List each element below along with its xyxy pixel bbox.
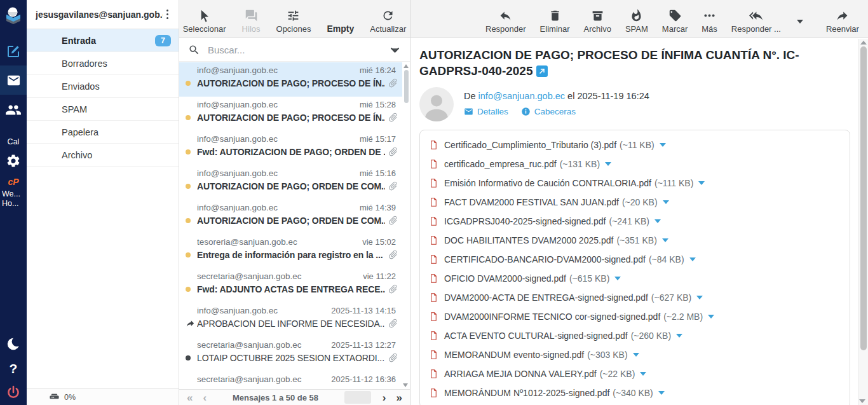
message-row[interactable]: secretaria@sanjuan.gob.ec vie 11:22 Fwd:… [179,268,402,303]
pdf-file-icon [429,177,438,189]
message-subject-heading: AUTORIZACION DE PAGO; PROCESO DE ÍNFIMA … [419,47,817,79]
forward-button[interactable]: Reenviar [826,9,859,34]
empty-button[interactable]: Empty [327,24,354,34]
sender-address-link[interactable]: info@sanjuan.gob.ec [478,91,565,101]
reply-button[interactable]: Responder [485,9,526,34]
select-button[interactable]: Seleccionar [183,9,226,34]
list-scrollbar-thumb[interactable] [404,70,409,103]
refresh-button[interactable]: Actualizar [370,9,406,34]
headers-link[interactable]: Cabeceras [521,107,576,116]
first-page-button[interactable]: « [187,392,193,403]
calendar-shortcut[interactable]: Cal [0,137,27,147]
open-in-new-window-icon[interactable] [536,65,548,77]
attachment-menu-caret-icon[interactable] [654,219,661,223]
attachment-item[interactable]: DVAM2000-ACTA DE ENTREGA-signed-signed.p… [429,288,841,307]
attachment-menu-caret-icon[interactable] [605,162,611,166]
refresh-icon [381,9,395,22]
help-button[interactable]: ? [0,359,27,379]
logout-button[interactable] [0,381,27,403]
folder-item[interactable]: Papelera [27,121,179,144]
scroll-up-arrow[interactable] [403,64,409,68]
mail-nav-button[interactable] [0,65,27,95]
message-rows: info@sanjuan.gob.ec mié 16:24 AUTORIZACI… [179,62,402,389]
cpanel-shortcut[interactable]: cP [0,175,27,188]
next-page-button[interactable]: › [383,392,386,403]
details-link[interactable]: Detalles [464,107,508,116]
message-row[interactable]: info@sanjuan.gob.ec mié 14:39 AUTORIZACI… [179,200,402,234]
account-menu-icon[interactable] [163,7,173,22]
attachment-menu-caret-icon[interactable] [640,372,646,376]
reader-scrollbar[interactable] [858,39,868,405]
list-scrollbar[interactable] [402,62,410,389]
last-page-button[interactable]: » [397,392,402,403]
message-row[interactable]: info@sanjuan.gob.ec 2025-11-13 14:15 APR… [179,303,402,337]
attachment-item[interactable]: ICGADPRSJ040-2025-signed-signed.pdf (~24… [429,212,841,231]
snappymail-logo[interactable] [0,3,27,28]
attachment-item[interactable]: CERTIFICADO-BANCARIO-DVAM2000-signed.pdf… [429,250,841,269]
attachment-menu-caret-icon[interactable] [660,143,666,147]
attachment-item[interactable]: ARRIAGA MEJIA DONNA VALERY.pdf (~22 KB) [429,364,646,383]
attachment-item[interactable]: Emisión Informativo de Caución CONTRALOR… [429,174,841,193]
attachment-item[interactable]: ACTA EVENTO CULTURAL-signed-signed.pdf (… [429,326,841,345]
attachment-item[interactable]: Certificado_Cumplimiento_Tributario (3).… [429,135,841,154]
prev-page-button[interactable]: ‹ [203,392,207,403]
options-button[interactable]: Opciones [276,9,311,34]
attachment-item[interactable]: OFICIO DVAM2000-signed.pdf (~615 KB) [429,269,841,288]
folder-item[interactable]: SPAM [27,98,179,121]
attachment-menu-caret-icon[interactable] [614,277,621,280]
attachment-menu-caret-icon[interactable] [662,238,668,242]
pdf-file-icon [429,330,438,341]
page-number-input[interactable] [344,391,371,404]
attachment-menu-caret-icon[interactable] [708,315,714,319]
attachment-menu-caret-icon[interactable] [696,296,703,299]
message-row[interactable]: info@sanjuan.gob.ec mié 16:24 AUTORIZACI… [179,62,402,97]
tag-icon [668,9,682,22]
message-subject: AUTORIZACION DE PAGO; PROCESO DE ÍN... [197,113,385,123]
folder-item[interactable]: Enviados [27,75,179,98]
dark-mode-toggle[interactable] [0,333,27,355]
message-row[interactable]: info@sanjuan.gob.ec mié 15:28 AUTORIZACI… [179,97,402,131]
search-input[interactable] [208,45,381,55]
attachment-menu-caret-icon[interactable] [658,391,665,395]
attachment-item[interactable]: MEMORÁNDUM Nº1012-2025-signed.pdf (~340 … [429,383,841,402]
scroll-down-arrow[interactable] [403,383,408,387]
reply-all-dropdown-caret[interactable] [797,20,803,24]
attachment-menu-caret-icon[interactable] [676,334,682,338]
spam-button[interactable]: SPAM [625,9,648,34]
reply-all-button[interactable]: Responder ... [731,9,781,34]
unread-dot [186,218,191,223]
message-row[interactable]: info@sanjuan.gob.ec mié 15:17 Fwd: AUTOR… [179,131,402,165]
pdf-file-icon [429,311,438,322]
settings-button[interactable] [0,151,27,171]
more-button[interactable]: Más [702,9,717,34]
reader-scrollbar-thumb[interactable] [860,46,867,350]
folder-item[interactable]: Borradores [27,52,179,75]
attachment-item[interactable]: FACT DVAM2000 FESTIVAL SAN JUAN.pdf (~20… [429,193,841,212]
attachment-menu-caret-icon[interactable] [663,200,669,204]
scroll-down-arrow[interactable] [859,399,865,403]
attachment-item[interactable]: DVAM2000INFORME TECNICO cor-signed-signe… [429,307,841,326]
attachment-menu-caret-icon[interactable] [689,257,696,261]
message-row[interactable]: secretaria@sanjuan.gob.ec 2025-11-13 12:… [179,337,402,371]
attachment-item[interactable]: DOC HABILITANTES DVAM2000 2025.pdf (~351… [429,231,841,250]
archive-button[interactable]: Archivo [584,9,611,34]
contacts-button[interactable] [0,99,27,121]
search-options-chevron-icon[interactable] [389,44,401,56]
message-row[interactable]: info@sanjuan.gob.ec mié 15:16 AUTORIZACI… [179,165,402,200]
search-icon[interactable] [188,44,200,56]
scroll-up-arrow[interactable] [860,41,867,45]
attachment-item[interactable]: MEMORANDUM evento-signed.pdf (~303 KB) [429,345,639,364]
attachment-menu-caret-icon[interactable] [633,353,639,357]
webmail-home-shortcut[interactable]: We... Ho... [0,189,27,210]
compose-button[interactable] [0,42,27,61]
delete-button[interactable]: Eliminar [540,9,570,34]
folder-item[interactable]: Entrada 7 [27,29,179,52]
mark-button[interactable]: Marcar [662,9,688,34]
folder-item[interactable]: Archivo [27,144,179,167]
message-row[interactable]: tesoreria@sanjuan.gob.ec vie 15:02 Entre… [179,234,402,268]
attachment-menu-caret-icon[interactable] [698,181,705,185]
message-list-panel: Seleccionar Hilos Opciones Empty Actuali… [179,0,410,405]
message-row[interactable]: secretaria@sanjuan.gob.ec 2025-11-12 16:… [179,371,402,389]
attachment-item[interactable]: certificado_empresa_ruc.pdf (~131 KB) [429,154,841,174]
threads-button[interactable]: Hilos [242,9,261,34]
